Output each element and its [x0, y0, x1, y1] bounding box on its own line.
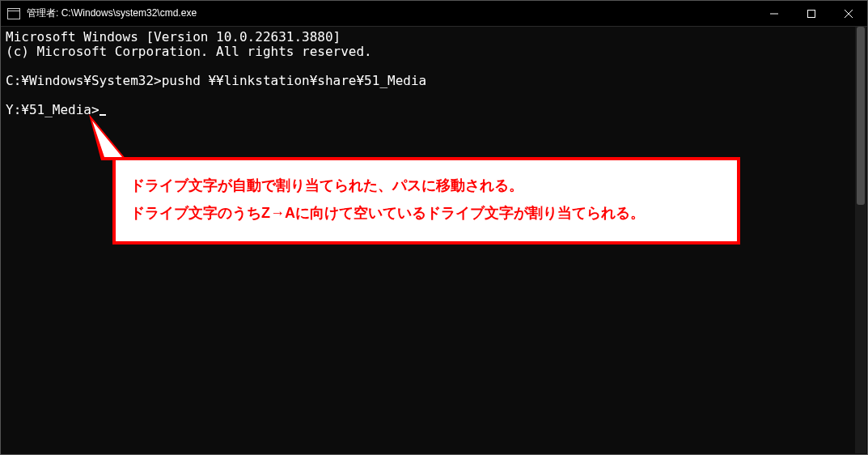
- prompt-2-path: Y:¥51_Media>: [6, 102, 100, 117]
- annotation-callout: ドライブ文字が自動で割り当てられた、パスに移動される。 ドライブ文字のうちZ→A…: [112, 157, 740, 245]
- vertical-scrollbar[interactable]: [855, 27, 866, 453]
- minimize-button[interactable]: [756, 1, 793, 26]
- close-button[interactable]: [830, 1, 867, 26]
- maximize-button[interactable]: [793, 1, 830, 26]
- callout-line-2: ドライブ文字のうちZ→Aに向けて空いているドライブ文字が割り当てられる。: [130, 199, 722, 227]
- title-left: 管理者: C:\Windows\system32\cmd.exe: [1, 6, 197, 20]
- version-line: Microsoft Windows [Version 10.0.22631.38…: [6, 29, 341, 45]
- titlebar[interactable]: 管理者: C:\Windows\system32\cmd.exe: [1, 1, 867, 27]
- callout-line-1: ドライブ文字が自動で割り当てられた、パスに移動される。: [130, 172, 722, 199]
- scrollbar-thumb[interactable]: [857, 27, 865, 205]
- cmd-icon: [7, 8, 20, 19]
- copyright-line: (c) Microsoft Corporation. All rights re…: [6, 44, 372, 59]
- window-title: 管理者: C:\Windows\system32\cmd.exe: [27, 6, 197, 20]
- prompt-1-command: pushd ¥¥linkstation¥share¥51_Media: [162, 73, 427, 88]
- cmd-window: 管理者: C:\Windows\system32\cmd.exe Microso…: [0, 0, 868, 455]
- window-controls: [756, 1, 867, 26]
- prompt-1-path: C:¥Windows¥System32>: [6, 73, 162, 88]
- svg-rect-1: [808, 10, 815, 17]
